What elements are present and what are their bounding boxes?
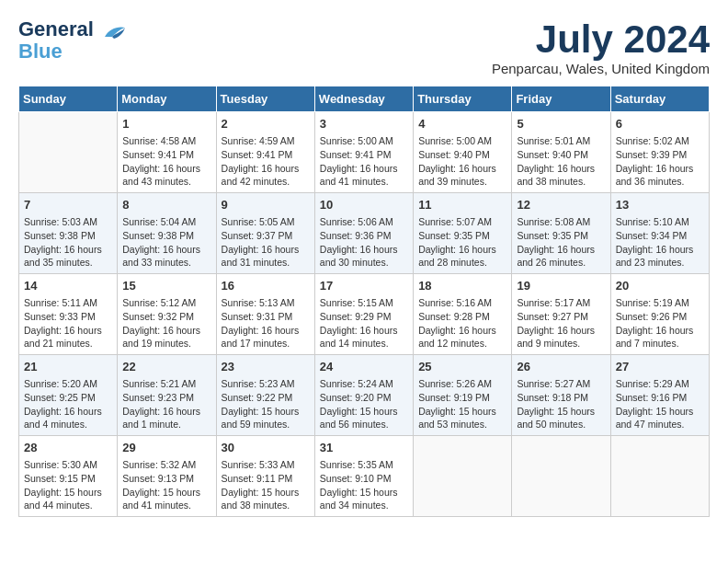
weekday-header-sunday: Sunday xyxy=(19,86,118,112)
day-info: Daylight: 15 hours xyxy=(24,486,112,500)
calendar-cell: 29Sunrise: 5:32 AMSunset: 9:13 PMDayligh… xyxy=(118,435,216,516)
day-number: 12 xyxy=(517,197,605,213)
day-info: and 38 minutes. xyxy=(517,175,605,189)
day-info: and 33 minutes. xyxy=(122,256,210,270)
day-info: Sunset: 9:37 PM xyxy=(222,229,310,243)
day-number: 26 xyxy=(517,359,605,375)
day-info: Sunset: 9:28 PM xyxy=(418,310,506,324)
day-info: and 4 minutes. xyxy=(24,418,112,431)
day-info: Daylight: 16 hours xyxy=(222,243,310,257)
title-section: July 2024 Penparcau, Wales, United Kingd… xyxy=(492,18,710,76)
day-number: 11 xyxy=(418,197,506,213)
day-info: Sunset: 9:40 PM xyxy=(418,148,506,162)
calendar-cell xyxy=(512,435,610,516)
day-number: 23 xyxy=(222,359,310,375)
day-info: Daylight: 16 hours xyxy=(418,324,506,338)
day-info: Daylight: 16 hours xyxy=(616,324,704,338)
day-info: Daylight: 16 hours xyxy=(517,324,605,338)
calendar-cell: 8Sunrise: 5:04 AMSunset: 9:38 PMDaylight… xyxy=(118,193,216,274)
day-info: Sunrise: 5:01 AM xyxy=(517,134,605,148)
day-info: Sunrise: 5:16 AM xyxy=(418,296,506,310)
day-info: Daylight: 16 hours xyxy=(122,405,210,419)
day-info: Sunset: 9:38 PM xyxy=(122,229,210,243)
day-info: Daylight: 16 hours xyxy=(24,243,112,257)
day-info: and 17 minutes. xyxy=(222,337,310,350)
day-number: 9 xyxy=(222,197,310,213)
calendar-cell: 2Sunrise: 4:59 AMSunset: 9:41 PMDaylight… xyxy=(216,112,314,193)
day-info: Sunset: 9:31 PM xyxy=(222,310,310,324)
calendar-cell: 14Sunrise: 5:11 AMSunset: 9:33 PMDayligh… xyxy=(19,274,118,355)
day-info: and 47 minutes. xyxy=(616,418,704,431)
day-info: and 26 minutes. xyxy=(517,256,605,270)
weekday-header-saturday: Saturday xyxy=(610,86,709,112)
day-info: Sunset: 9:13 PM xyxy=(122,472,210,486)
day-info: Sunset: 9:33 PM xyxy=(24,310,112,324)
day-info: Sunrise: 5:15 AM xyxy=(320,296,408,310)
day-info: Sunrise: 5:35 AM xyxy=(320,458,408,472)
weekday-header-tuesday: Tuesday xyxy=(216,86,314,112)
day-info: and 12 minutes. xyxy=(418,337,506,350)
calendar-cell: 20Sunrise: 5:19 AMSunset: 9:26 PMDayligh… xyxy=(610,274,709,355)
calendar-cell: 6Sunrise: 5:02 AMSunset: 9:39 PMDaylight… xyxy=(610,112,709,193)
day-info: Sunset: 9:29 PM xyxy=(320,310,408,324)
day-info: and 41 minutes. xyxy=(320,175,408,189)
day-info: Sunrise: 5:10 AM xyxy=(616,215,704,229)
day-info: Sunset: 9:18 PM xyxy=(517,391,605,405)
day-info: Daylight: 15 hours xyxy=(616,405,704,419)
calendar-cell: 25Sunrise: 5:26 AMSunset: 9:19 PMDayligh… xyxy=(414,355,512,436)
day-info: Sunrise: 5:19 AM xyxy=(616,296,704,310)
calendar-week-row: 21Sunrise: 5:20 AMSunset: 9:25 PMDayligh… xyxy=(19,355,710,436)
day-info: and 43 minutes. xyxy=(122,175,210,189)
day-info: Sunset: 9:36 PM xyxy=(320,229,408,243)
day-number: 27 xyxy=(616,359,704,375)
day-number: 10 xyxy=(320,197,408,213)
day-info: Sunrise: 5:00 AM xyxy=(320,134,408,148)
calendar-cell: 11Sunrise: 5:07 AMSunset: 9:35 PMDayligh… xyxy=(414,193,512,274)
day-info: Sunrise: 5:12 AM xyxy=(122,296,210,310)
day-number: 14 xyxy=(24,278,112,294)
day-info: and 9 minutes. xyxy=(517,337,605,350)
day-info: and 1 minute. xyxy=(122,418,210,431)
calendar-cell: 18Sunrise: 5:16 AMSunset: 9:28 PMDayligh… xyxy=(414,274,512,355)
day-info: Daylight: 16 hours xyxy=(320,324,408,338)
weekday-header-wednesday: Wednesday xyxy=(314,86,413,112)
logo: General Blue xyxy=(18,18,127,63)
calendar-cell: 1Sunrise: 4:58 AMSunset: 9:41 PMDaylight… xyxy=(118,112,216,193)
day-info: Daylight: 15 hours xyxy=(418,405,506,419)
day-info: Sunset: 9:15 PM xyxy=(24,472,112,486)
day-info: Sunset: 9:39 PM xyxy=(616,148,704,162)
day-number: 4 xyxy=(418,116,506,132)
logo-blue: Blue xyxy=(18,40,63,63)
calendar-cell: 31Sunrise: 5:35 AMSunset: 9:10 PMDayligh… xyxy=(314,435,413,516)
day-info: Sunrise: 5:27 AM xyxy=(517,377,605,391)
day-info: and 7 minutes. xyxy=(616,337,704,350)
day-info: Daylight: 16 hours xyxy=(616,243,704,257)
day-info: Daylight: 15 hours xyxy=(517,405,605,419)
calendar-cell xyxy=(414,435,512,516)
day-info: Sunrise: 5:21 AM xyxy=(122,377,210,391)
day-info: Sunrise: 5:05 AM xyxy=(222,215,310,229)
day-number: 25 xyxy=(418,359,506,375)
calendar-cell: 26Sunrise: 5:27 AMSunset: 9:18 PMDayligh… xyxy=(512,355,610,436)
day-number: 7 xyxy=(24,197,112,213)
day-info: Daylight: 16 hours xyxy=(418,243,506,257)
day-info: and 53 minutes. xyxy=(418,418,506,431)
day-info: Sunrise: 5:03 AM xyxy=(24,215,112,229)
calendar-cell: 10Sunrise: 5:06 AMSunset: 9:36 PMDayligh… xyxy=(314,193,413,274)
day-info: Daylight: 16 hours xyxy=(24,324,112,338)
day-info: Sunset: 9:20 PM xyxy=(320,391,408,405)
calendar-cell: 15Sunrise: 5:12 AMSunset: 9:32 PMDayligh… xyxy=(118,274,216,355)
calendar-cell: 23Sunrise: 5:23 AMSunset: 9:22 PMDayligh… xyxy=(216,355,314,436)
day-info: Sunrise: 5:13 AM xyxy=(222,296,310,310)
day-info: and 50 minutes. xyxy=(517,418,605,431)
day-info: and 35 minutes. xyxy=(24,256,112,270)
day-info: and 36 minutes. xyxy=(616,175,704,189)
day-info: Sunset: 9:32 PM xyxy=(122,310,210,324)
calendar-cell: 7Sunrise: 5:03 AMSunset: 9:38 PMDaylight… xyxy=(19,193,118,274)
day-info: and 39 minutes. xyxy=(418,175,506,189)
day-number: 1 xyxy=(122,116,210,132)
day-info: Sunset: 9:40 PM xyxy=(517,148,605,162)
day-info: Sunrise: 5:00 AM xyxy=(418,134,506,148)
calendar-week-row: 14Sunrise: 5:11 AMSunset: 9:33 PMDayligh… xyxy=(19,274,710,355)
day-info: Sunset: 9:25 PM xyxy=(24,391,112,405)
